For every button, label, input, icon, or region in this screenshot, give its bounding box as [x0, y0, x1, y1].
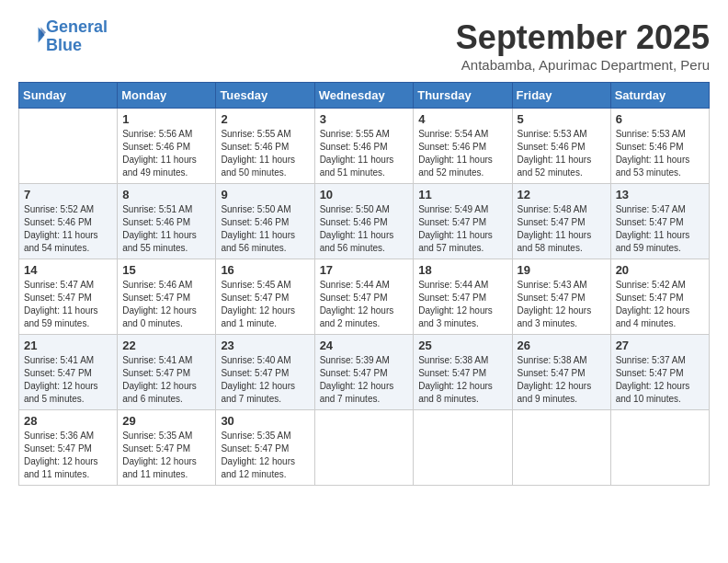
day-info: Sunrise: 5:47 AM Sunset: 5:47 PM Dayligh…: [24, 279, 112, 330]
calendar-cell: 22Sunrise: 5:41 AM Sunset: 5:47 PM Dayli…: [118, 335, 216, 410]
day-number: 27: [616, 339, 704, 352]
day-info: Sunrise: 5:55 AM Sunset: 5:46 PM Dayligh…: [221, 128, 309, 179]
day-info: Sunrise: 5:50 AM Sunset: 5:46 PM Dayligh…: [221, 203, 309, 255]
day-number: 17: [320, 263, 409, 277]
calendar-cell: 3Sunrise: 5:55 AM Sunset: 5:46 PM Daylig…: [314, 109, 414, 184]
column-header-sunday: Sunday: [19, 83, 118, 109]
calendar-cell: 16Sunrise: 5:45 AM Sunset: 5:47 PM Dayli…: [216, 259, 314, 335]
calendar-cell: [314, 410, 414, 486]
column-header-saturday: Saturday: [610, 83, 709, 109]
day-info: Sunrise: 5:45 AM Sunset: 5:47 PM Dayligh…: [221, 279, 309, 330]
calendar-cell: 21Sunrise: 5:41 AM Sunset: 5:47 PM Dayli…: [19, 335, 118, 410]
day-info: Sunrise: 5:39 AM Sunset: 5:47 PM Dayligh…: [320, 354, 409, 406]
title-section: September 2025 Antabamba, Apurimac Depar…: [456, 18, 710, 73]
calendar-cell: 14Sunrise: 5:47 AM Sunset: 5:47 PM Dayli…: [19, 259, 118, 335]
calendar-cell: 25Sunrise: 5:38 AM Sunset: 5:47 PM Dayli…: [414, 335, 512, 410]
day-info: Sunrise: 5:49 AM Sunset: 5:47 PM Dayligh…: [418, 203, 506, 255]
calendar-cell: 23Sunrise: 5:40 AM Sunset: 5:47 PM Dayli…: [216, 335, 314, 410]
day-number: 12: [518, 188, 606, 201]
day-number: 14: [24, 263, 112, 277]
day-number: 21: [24, 339, 112, 352]
calendar-cell: 27Sunrise: 5:37 AM Sunset: 5:47 PM Dayli…: [610, 335, 709, 410]
day-number: 20: [616, 263, 704, 277]
calendar-cell: 15Sunrise: 5:46 AM Sunset: 5:47 PM Dayli…: [118, 259, 216, 335]
day-info: Sunrise: 5:54 AM Sunset: 5:46 PM Dayligh…: [418, 128, 506, 179]
calendar-cell: 29Sunrise: 5:35 AM Sunset: 5:47 PM Dayli…: [118, 410, 216, 486]
calendar-week-row: 1Sunrise: 5:56 AM Sunset: 5:46 PM Daylig…: [19, 109, 710, 184]
day-number: 30: [221, 414, 309, 428]
day-number: 28: [24, 414, 112, 428]
calendar-cell: 24Sunrise: 5:39 AM Sunset: 5:47 PM Dayli…: [314, 335, 414, 410]
page-header: General Blue September 2025 Antabamba, A…: [18, 18, 710, 73]
day-info: Sunrise: 5:44 AM Sunset: 5:47 PM Dayligh…: [320, 279, 409, 330]
calendar-cell: 4Sunrise: 5:54 AM Sunset: 5:46 PM Daylig…: [414, 109, 512, 184]
day-number: 16: [221, 263, 309, 277]
calendar-cell: 12Sunrise: 5:48 AM Sunset: 5:47 PM Dayli…: [512, 184, 610, 259]
day-info: Sunrise: 5:36 AM Sunset: 5:47 PM Dayligh…: [24, 430, 112, 481]
subtitle: Antabamba, Apurimac Department, Peru: [456, 57, 710, 73]
calendar-cell: [610, 410, 709, 486]
day-number: 29: [122, 414, 210, 428]
column-header-friday: Friday: [512, 83, 610, 109]
day-info: Sunrise: 5:53 AM Sunset: 5:46 PM Dayligh…: [616, 128, 704, 179]
column-header-tuesday: Tuesday: [216, 83, 314, 109]
calendar-cell: 8Sunrise: 5:51 AM Sunset: 5:46 PM Daylig…: [118, 184, 216, 259]
calendar-cell: 1Sunrise: 5:56 AM Sunset: 5:46 PM Daylig…: [118, 109, 216, 184]
day-number: 23: [221, 339, 309, 352]
day-number: 9: [221, 188, 309, 201]
calendar-cell: [414, 410, 512, 486]
day-number: 15: [122, 263, 210, 277]
day-number: 8: [122, 188, 210, 201]
calendar-cell: 7Sunrise: 5:52 AM Sunset: 5:46 PM Daylig…: [19, 184, 118, 259]
month-title: September 2025: [456, 18, 710, 57]
logo-line2: Blue: [46, 36, 82, 54]
calendar-cell: 10Sunrise: 5:50 AM Sunset: 5:46 PM Dayli…: [314, 184, 414, 259]
day-info: Sunrise: 5:53 AM Sunset: 5:46 PM Dayligh…: [518, 128, 606, 179]
calendar-cell: 17Sunrise: 5:44 AM Sunset: 5:47 PM Dayli…: [314, 259, 414, 335]
logo-icon: [20, 22, 46, 48]
day-info: Sunrise: 5:42 AM Sunset: 5:47 PM Dayligh…: [616, 279, 704, 330]
day-number: 5: [518, 112, 606, 126]
day-number: 11: [418, 188, 506, 201]
calendar-cell: 5Sunrise: 5:53 AM Sunset: 5:46 PM Daylig…: [512, 109, 610, 184]
calendar-cell: 2Sunrise: 5:55 AM Sunset: 5:46 PM Daylig…: [216, 109, 314, 184]
day-number: 1: [122, 112, 210, 126]
day-number: 26: [518, 339, 606, 352]
calendar-week-row: 7Sunrise: 5:52 AM Sunset: 5:46 PM Daylig…: [19, 184, 710, 259]
day-info: Sunrise: 5:50 AM Sunset: 5:46 PM Dayligh…: [320, 203, 409, 255]
day-number: 3: [320, 112, 409, 126]
day-number: 24: [320, 339, 409, 352]
day-info: Sunrise: 5:46 AM Sunset: 5:47 PM Dayligh…: [122, 279, 210, 330]
day-number: 6: [616, 112, 704, 126]
day-info: Sunrise: 5:48 AM Sunset: 5:47 PM Dayligh…: [518, 203, 606, 255]
calendar-cell: 9Sunrise: 5:50 AM Sunset: 5:46 PM Daylig…: [216, 184, 314, 259]
day-info: Sunrise: 5:44 AM Sunset: 5:47 PM Dayligh…: [418, 279, 506, 330]
logo-line1: General: [46, 17, 108, 36]
day-info: Sunrise: 5:38 AM Sunset: 5:47 PM Dayligh…: [418, 354, 506, 406]
day-info: Sunrise: 5:38 AM Sunset: 5:47 PM Dayligh…: [518, 354, 606, 406]
day-info: Sunrise: 5:35 AM Sunset: 5:47 PM Dayligh…: [221, 430, 309, 481]
day-info: Sunrise: 5:40 AM Sunset: 5:47 PM Dayligh…: [221, 354, 309, 406]
day-info: Sunrise: 5:47 AM Sunset: 5:47 PM Dayligh…: [616, 203, 704, 255]
column-header-thursday: Thursday: [414, 83, 512, 109]
calendar-week-row: 21Sunrise: 5:41 AM Sunset: 5:47 PM Dayli…: [19, 335, 710, 410]
day-info: Sunrise: 5:56 AM Sunset: 5:46 PM Dayligh…: [122, 128, 210, 179]
day-info: Sunrise: 5:52 AM Sunset: 5:46 PM Dayligh…: [24, 203, 112, 255]
column-header-wednesday: Wednesday: [314, 83, 414, 109]
calendar-cell: 20Sunrise: 5:42 AM Sunset: 5:47 PM Dayli…: [610, 259, 709, 335]
logo: General Blue: [18, 18, 108, 55]
calendar-header-row: SundayMondayTuesdayWednesdayThursdayFrid…: [19, 83, 710, 109]
logo-text: General Blue: [46, 18, 108, 55]
day-info: Sunrise: 5:41 AM Sunset: 5:47 PM Dayligh…: [122, 354, 210, 406]
day-info: Sunrise: 5:35 AM Sunset: 5:47 PM Dayligh…: [122, 430, 210, 481]
calendar-cell: 30Sunrise: 5:35 AM Sunset: 5:47 PM Dayli…: [216, 410, 314, 486]
calendar-week-row: 14Sunrise: 5:47 AM Sunset: 5:47 PM Dayli…: [19, 259, 710, 335]
day-number: 18: [418, 263, 506, 277]
day-info: Sunrise: 5:41 AM Sunset: 5:47 PM Dayligh…: [24, 354, 112, 406]
calendar-week-row: 28Sunrise: 5:36 AM Sunset: 5:47 PM Dayli…: [19, 410, 710, 486]
day-info: Sunrise: 5:43 AM Sunset: 5:47 PM Dayligh…: [518, 279, 606, 330]
calendar-cell: [19, 109, 118, 184]
calendar-cell: 13Sunrise: 5:47 AM Sunset: 5:47 PM Dayli…: [610, 184, 709, 259]
calendar-cell: [512, 410, 610, 486]
calendar-table: SundayMondayTuesdayWednesdayThursdayFrid…: [18, 82, 710, 486]
